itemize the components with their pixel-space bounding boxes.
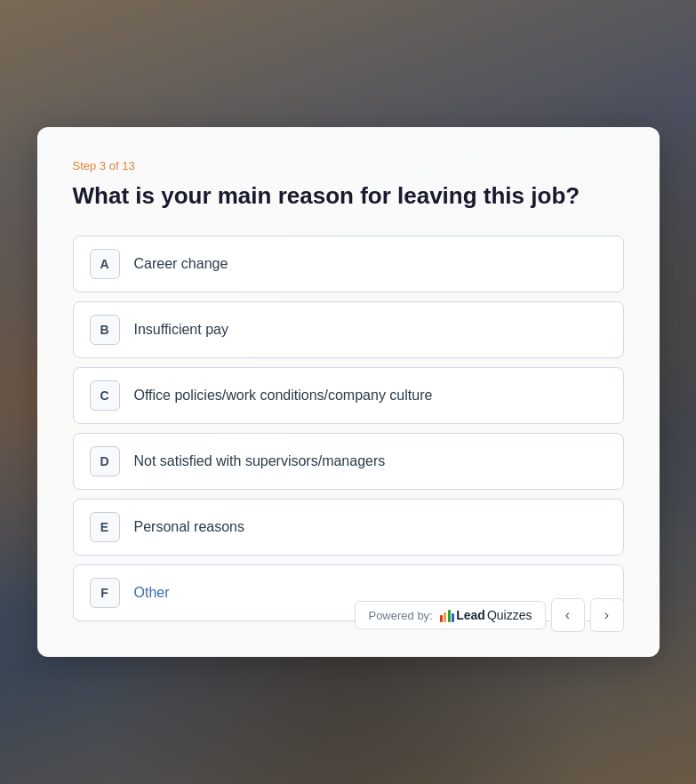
option-letter-e: E: [90, 512, 120, 542]
powered-by-label: Powered by:: [368, 609, 432, 622]
chevron-right-icon: ›: [604, 607, 609, 623]
option-item-c[interactable]: COffice policies/work conditions/company…: [73, 367, 624, 424]
option-item-a[interactable]: ACareer change: [73, 236, 624, 292]
options-list: ACareer changeBInsufficient payCOffice p…: [73, 236, 624, 621]
option-text-d: Not satisfied with supervisors/managers: [134, 453, 386, 469]
option-text-a: Career change: [134, 256, 228, 272]
prev-button[interactable]: ‹: [551, 598, 585, 632]
option-letter-f: F: [90, 578, 120, 608]
logo-bar-2: [448, 610, 451, 622]
option-text-b: Insufficient pay: [134, 322, 228, 338]
brand-lead: Lead: [456, 608, 485, 622]
option-letter-d: D: [90, 446, 120, 476]
option-item-d[interactable]: DNot satisfied with supervisors/managers: [73, 433, 624, 490]
option-letter-a: A: [90, 249, 120, 279]
option-text-c: Office policies/work conditions/company …: [134, 388, 433, 404]
chevron-left-icon: ‹: [565, 607, 570, 623]
logo-bar-3: [452, 613, 454, 622]
page-wrapper: Step 3 of 13 What is your main reason fo…: [0, 0, 696, 784]
option-text-e: Personal reasons: [134, 519, 245, 535]
leadquizzes-logo: LeadQuizzes: [440, 608, 532, 622]
logo-bars: [440, 608, 455, 622]
brand-quizzes: Quizzes: [487, 608, 532, 622]
option-letter-c: C: [90, 380, 120, 411]
step-label: Step 3 of 13: [73, 159, 624, 172]
quiz-card: Step 3 of 13 What is your main reason fo…: [37, 127, 660, 658]
option-item-b[interactable]: BInsufficient pay: [73, 301, 624, 358]
logo-bar-1: [444, 612, 446, 622]
footer-bar: Powered by: LeadQuizzes ‹ ›: [355, 598, 623, 632]
powered-by-badge: Powered by: LeadQuizzes: [355, 601, 545, 629]
next-button[interactable]: ›: [590, 598, 624, 632]
question-title: What is your main reason for leaving thi…: [73, 181, 624, 212]
logo-bar-0: [440, 615, 443, 622]
option-item-e[interactable]: EPersonal reasons: [73, 499, 624, 556]
option-letter-b: B: [90, 315, 120, 345]
option-text-f: Other: [134, 585, 170, 601]
